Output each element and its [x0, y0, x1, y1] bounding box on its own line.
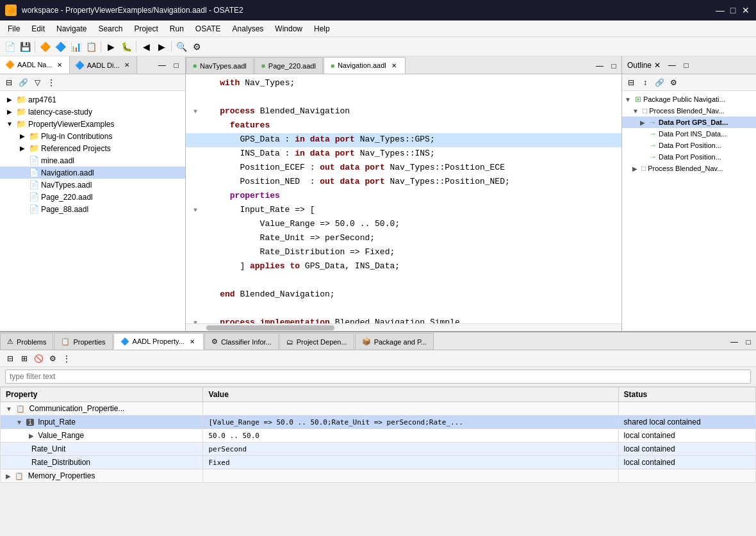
- menu-search[interactable]: Search: [93, 23, 127, 35]
- arrow-plugins[interactable]: ▶: [18, 132, 27, 141]
- tab-classifier[interactable]: ⚙ Classifier Infor...: [204, 333, 279, 350]
- menu-file[interactable]: File: [3, 23, 25, 35]
- collapse-all-props-btn[interactable]: ⊟: [4, 352, 17, 365]
- hscroll-thumb[interactable]: [206, 325, 334, 330]
- filter-input[interactable]: [5, 370, 751, 384]
- table-row-rate-dist[interactable]: Rate_Distribution Fixed local contained: [1, 456, 756, 469]
- menu-window[interactable]: Window: [270, 23, 308, 35]
- fold-10[interactable]: ▼: [191, 204, 200, 218]
- tree-item-mine[interactable]: ▶ 📄 mine.aadl: [0, 154, 185, 166]
- menu-edit[interactable]: Edit: [26, 23, 50, 35]
- menu-navigate[interactable]: Navigate: [51, 23, 92, 35]
- expand-memory-group[interactable]: ▶: [6, 473, 11, 480]
- table-row-rate-unit[interactable]: Rate_Unit perSecond local contained: [1, 443, 756, 456]
- code-editor[interactable]: with Nav_Types; ▼ process Blended_Naviga…: [186, 74, 621, 323]
- tab-aadl-diagram-close[interactable]: ✕: [122, 61, 131, 70]
- outline-item-process2[interactable]: ▶ □ Process Blended_Nav...: [622, 163, 756, 174]
- outline-item-gps[interactable]: ▶ → Data Port GPS_Dat...: [622, 117, 756, 128]
- toolbar-aadl[interactable]: 🔶: [38, 40, 52, 54]
- fold-18[interactable]: ▼: [191, 316, 200, 323]
- arrow-pvexamples[interactable]: ▼: [5, 120, 14, 129]
- minimize-button[interactable]: —: [715, 5, 725, 15]
- editor-tab-page220[interactable]: ■ Page_220.aadl: [254, 57, 323, 74]
- arrow-referenced[interactable]: ▶: [18, 144, 27, 153]
- left-panel-min[interactable]: —: [156, 59, 168, 72]
- editor-tab-navigation[interactable]: ■ Navigation.aadl ✕: [324, 57, 406, 74]
- tab-problems[interactable]: ⚠ Problems: [0, 333, 53, 350]
- outline-item-pos-ecef[interactable]: ▶ → Data Port Position...: [622, 140, 756, 151]
- expand-package[interactable]: ▼: [625, 96, 631, 103]
- outline-collapse-btn[interactable]: ⊟: [625, 76, 637, 89]
- link-editor-btn[interactable]: 🔗: [17, 76, 29, 89]
- expand-process1[interactable]: ▼: [632, 108, 639, 115]
- table-row-value-range[interactable]: ▶ Value_Range 50.0 .. 50.0 local contain…: [1, 429, 756, 443]
- filter-btn[interactable]: ▽: [31, 76, 44, 89]
- menu-run[interactable]: Run: [165, 23, 189, 35]
- expand-process2[interactable]: ▶: [632, 165, 637, 172]
- bottom-min-btn[interactable]: —: [728, 336, 741, 348]
- tree-item-navigation[interactable]: ▶ 📄 Navigation.aadl: [0, 166, 185, 179]
- aadl-prop-tab-close[interactable]: ✕: [188, 337, 197, 346]
- tab-aadl-property[interactable]: 🔷 AADL Property... ✕: [113, 333, 204, 350]
- tree-item-latency[interactable]: ▶ 📁 latency-case-study: [0, 106, 185, 118]
- tab-aadl-nav-close[interactable]: ✕: [55, 60, 64, 69]
- menu-project[interactable]: Project: [129, 23, 163, 35]
- maximize-button[interactable]: □: [728, 5, 738, 15]
- toolbar-save[interactable]: 💾: [18, 40, 32, 54]
- editor-min-btn[interactable]: —: [593, 60, 606, 72]
- left-panel-max[interactable]: □: [170, 59, 183, 72]
- tree-item-page88[interactable]: ▶ 📄 Page_88.aadl: [0, 203, 185, 215]
- tree-item-arp4761[interactable]: ▶ 📁 arp4761: [0, 93, 185, 106]
- outline-min-btn[interactable]: —: [666, 59, 678, 72]
- outline-item-package[interactable]: ▼ ⊞ Package Public Navigati...: [622, 93, 756, 105]
- expand-all-props-btn[interactable]: ⊞: [18, 352, 31, 365]
- tree-item-pvexamples[interactable]: ▼ 📁 PropertyViewerExamples: [0, 118, 185, 130]
- toolbar-run[interactable]: ▶: [104, 40, 118, 54]
- outline-item-ins[interactable]: ▶ → Data Port INS_Data...: [622, 128, 756, 140]
- tab-aadl-navigator[interactable]: 🔶 AADL Na... ✕: [0, 56, 70, 74]
- table-row-input-rate[interactable]: ▼ 1 Input_Rate [Value_Range => 50.0 .. 5…: [1, 416, 756, 429]
- toolbar-back[interactable]: ◀: [139, 40, 153, 54]
- expand-value-range[interactable]: ▶: [29, 432, 34, 439]
- menu-analyses[interactable]: Analyses: [227, 23, 269, 35]
- navigation-tab-close[interactable]: ✕: [390, 61, 399, 70]
- menu-btn[interactable]: ⋮: [45, 76, 58, 89]
- arrow-latency[interactable]: ▶: [5, 108, 14, 117]
- tab-aadl-diagram[interactable]: 🔷 AADL Di... ✕: [70, 56, 137, 74]
- outline-max-btn[interactable]: □: [680, 59, 693, 72]
- toolbar-debug[interactable]: 🐛: [119, 40, 133, 54]
- expand-gps[interactable]: ▶: [640, 119, 645, 126]
- outline-link-btn[interactable]: 🔗: [653, 76, 666, 89]
- close-button[interactable]: ✕: [741, 5, 751, 15]
- toolbar-forward[interactable]: ▶: [154, 40, 168, 54]
- toolbar-search[interactable]: 🔍: [174, 40, 188, 54]
- expand-input-rate[interactable]: ▼: [16, 419, 22, 426]
- arrow-arp4761[interactable]: ▶: [5, 95, 14, 104]
- toolbar-btn-2[interactable]: 🔷: [53, 40, 67, 54]
- fold-3[interactable]: ▼: [191, 105, 200, 119]
- menu-osate[interactable]: OSATE: [190, 23, 226, 35]
- editor-hscroll[interactable]: [186, 323, 621, 331]
- outline-item-process1[interactable]: ▼ □ Process Blended_Nav...: [622, 105, 756, 117]
- editor-max-btn[interactable]: □: [607, 60, 620, 72]
- toolbar-btn-4[interactable]: 📋: [84, 40, 98, 54]
- tab-project-dep[interactable]: 🗂 Project Depen...: [279, 333, 354, 350]
- props-menu-btn[interactable]: ⋮: [60, 352, 73, 365]
- table-row-memory-group[interactable]: ▶ 📋 Memory_Properties: [1, 469, 756, 483]
- outline-sort-btn[interactable]: ↕: [639, 76, 652, 89]
- table-row-comm-group[interactable]: ▼ 📋 Communication_Propertie...: [1, 402, 756, 416]
- tree-item-referenced[interactable]: ▶ 📁 Referenced Projects: [0, 142, 185, 154]
- outline-item-pos-ned[interactable]: ▶ → Data Port Position...: [622, 151, 756, 163]
- outline-settings-btn[interactable]: ⚙: [667, 76, 680, 89]
- tree-item-navtypes[interactable]: ▶ 📄 NavTypes.aadl: [0, 179, 185, 191]
- toolbar-settings[interactable]: ⚙: [190, 40, 204, 54]
- bottom-max-btn[interactable]: □: [742, 336, 755, 348]
- disable-props-btn[interactable]: 🚫: [32, 352, 45, 365]
- editor-tab-navtypes[interactable]: ■ NavTypes.aadl: [186, 57, 254, 74]
- toolbar-new[interactable]: 📄: [3, 40, 17, 54]
- props-settings-btn[interactable]: ⚙: [46, 352, 59, 365]
- tab-properties[interactable]: 📋 Properties: [54, 333, 112, 350]
- toolbar-btn-3[interactable]: 📊: [69, 40, 83, 54]
- expand-comm-group[interactable]: ▼: [6, 405, 12, 412]
- collapse-all-btn[interactable]: ⊟: [3, 76, 15, 89]
